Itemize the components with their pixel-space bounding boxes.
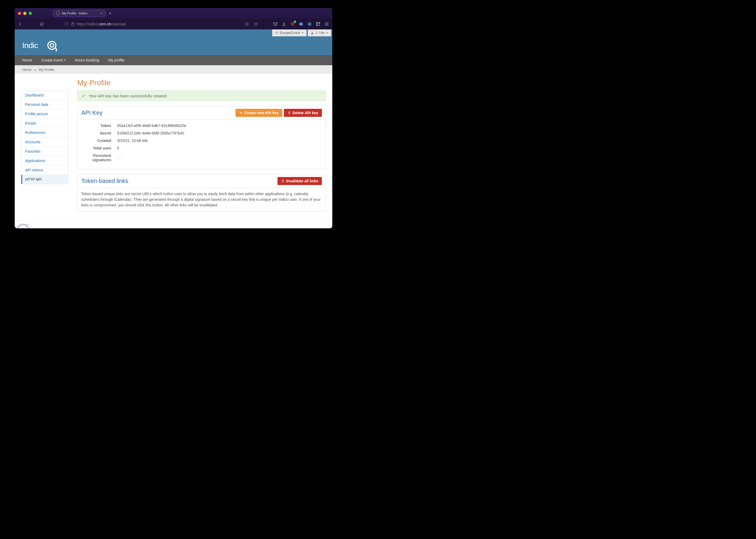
sidebar-item-applications[interactable]: Applications bbox=[21, 156, 68, 166]
user-icon bbox=[311, 31, 314, 35]
svg-rect-0 bbox=[245, 23, 247, 24]
sidebar-item-dashboard[interactable]: Dashboard bbox=[21, 91, 68, 100]
svg-rect-2 bbox=[245, 24, 247, 26]
svg-rect-10 bbox=[319, 22, 320, 24]
timezone-button[interactable]: Europe/Zurich bbox=[272, 30, 307, 37]
nav-create-event[interactable]: Create event bbox=[41, 58, 66, 62]
check-icon bbox=[81, 93, 86, 98]
site-top-bar: Europe/Zurich J. Yde bbox=[15, 30, 332, 37]
download-icon[interactable] bbox=[281, 22, 286, 27]
page-content: Europe/Zurich J. Yde Indic Home Create e… bbox=[15, 30, 332, 228]
lock-icon bbox=[71, 22, 75, 26]
sidebar-item-http-api[interactable]: HTTP API bbox=[21, 175, 68, 184]
token-links-head: Token-based links Invalidate all links bbox=[78, 174, 326, 188]
sidebar-item-api-tokens[interactable]: API tokens bbox=[21, 166, 68, 175]
token-links-title: Token-based links bbox=[81, 178, 276, 185]
svg-point-5 bbox=[309, 24, 310, 25]
sidebar-item-profile-picture[interactable]: Profile picture bbox=[21, 109, 68, 119]
trash-icon bbox=[281, 180, 284, 183]
api-key-panel-title: API Key bbox=[81, 109, 234, 116]
sidebar-item-emails[interactable]: Emails bbox=[21, 119, 68, 128]
page-title: My Profile bbox=[77, 79, 326, 87]
powered-by: Powered by Indico v3.1.1-pre bbox=[35, 228, 80, 229]
extension-react-icon[interactable] bbox=[307, 22, 312, 27]
indico-link[interactable]: Indico bbox=[54, 228, 63, 229]
shortener-link[interactable]: URL Shortener bbox=[225, 228, 248, 229]
browser-tab[interactable]: My Profile · Indico × bbox=[53, 10, 106, 17]
close-window-button[interactable] bbox=[18, 12, 21, 15]
menu-icon[interactable] bbox=[324, 22, 329, 27]
terms-link[interactable]: Terms and conditions bbox=[188, 228, 221, 229]
indico-logo[interactable]: Indic bbox=[22, 38, 62, 53]
help-link[interactable]: Help bbox=[161, 228, 168, 229]
nav-room-booking[interactable]: Room booking bbox=[75, 58, 99, 62]
api-key-panel: API Key Create new API key Delete API ke… bbox=[77, 106, 326, 169]
svg-rect-11 bbox=[316, 25, 318, 26]
svg-line-20 bbox=[27, 224, 29, 225]
pocket-icon[interactable] bbox=[273, 22, 278, 27]
url-bar[interactable]: https://indico.cern.ch/user/api/ bbox=[64, 22, 258, 26]
sidebar: Dashboard Personal data Profile picture … bbox=[21, 90, 68, 184]
svg-point-15 bbox=[48, 41, 56, 49]
main-nav: Home Create event Room booking My profil… bbox=[15, 55, 332, 65]
breadcrumb-sep: » bbox=[34, 68, 36, 72]
tab-favicon-icon bbox=[56, 12, 60, 15]
sidebar-item-favorites[interactable]: Favorites bbox=[21, 147, 68, 156]
contact-link[interactable]: Contact bbox=[173, 228, 185, 229]
cern-logo[interactable]: CERN bbox=[16, 223, 31, 228]
svg-point-4 bbox=[299, 22, 303, 26]
minimize-window-button[interactable] bbox=[23, 12, 27, 15]
nav-buttons bbox=[18, 22, 44, 26]
back-icon[interactable] bbox=[18, 22, 22, 26]
svg-point-16 bbox=[50, 43, 54, 47]
breadcrumb: Home » My Profile bbox=[15, 65, 332, 74]
persist-label: Persistent signatures bbox=[82, 153, 117, 162]
sidebar-item-accounts[interactable]: Accounts bbox=[21, 137, 68, 147]
reload-icon[interactable] bbox=[40, 22, 44, 26]
created-value: 3/25/22, 10:06 AM bbox=[117, 138, 148, 143]
svg-rect-9 bbox=[316, 22, 318, 24]
caret-down-icon bbox=[302, 32, 304, 35]
shield-icon bbox=[64, 22, 69, 26]
token-links-description: Token-based unique links are secret URLs… bbox=[78, 188, 326, 211]
invalidate-links-button[interactable]: Invalidate all links bbox=[277, 177, 322, 185]
forward-icon[interactable] bbox=[28, 22, 32, 26]
nav-home[interactable]: Home bbox=[22, 58, 32, 62]
secret-value: 5109d11f-2efc-4e8e-bfd5-2b5fa7797b42 bbox=[117, 131, 184, 135]
app-window: My Profile · Indico × + https://indico.c… bbox=[15, 8, 332, 228]
extension-privacy-icon[interactable] bbox=[299, 22, 303, 27]
extensions-icon[interactable] bbox=[316, 22, 321, 27]
tab-title: My Profile · Indico bbox=[62, 12, 87, 15]
clock-icon bbox=[275, 31, 278, 35]
extension-ublock-icon[interactable]: 1 bbox=[290, 22, 295, 27]
breadcrumb-current: My Profile bbox=[39, 68, 54, 72]
reader-icon[interactable] bbox=[245, 22, 249, 26]
sidebar-item-preferences[interactable]: Preferences bbox=[21, 128, 68, 137]
plus-icon bbox=[239, 111, 243, 115]
browser-titlebar: My Profile · Indico × + bbox=[15, 8, 332, 19]
footer: CERN Powered by Indico v3.1.1-pre Help| … bbox=[15, 221, 332, 228]
maximize-window-button[interactable] bbox=[29, 12, 32, 15]
api-key-panel-body: Token00a413cf-a5f6-46d0-bdb7-63188b96420… bbox=[78, 120, 326, 169]
alert-message: Your API key has been successfully creat… bbox=[89, 94, 168, 98]
nav-my-profile[interactable]: My profile bbox=[108, 58, 124, 62]
user-menu-button[interactable]: J. Yde bbox=[308, 30, 331, 37]
success-alert: Your API key has been successfully creat… bbox=[77, 90, 326, 101]
delete-api-key-button[interactable]: Delete API key bbox=[284, 109, 322, 117]
user-label: J. Yde bbox=[316, 31, 325, 35]
create-api-key-button[interactable]: Create new API key bbox=[236, 109, 282, 117]
created-label: Created bbox=[82, 138, 117, 143]
tab-close-icon[interactable]: × bbox=[100, 11, 103, 16]
new-tab-button[interactable]: + bbox=[109, 11, 112, 16]
toolbar-right: 1 bbox=[273, 22, 329, 27]
timezone-label: Europe/Zurich bbox=[280, 31, 300, 35]
sidebar-item-personal-data[interactable]: Personal data bbox=[21, 100, 68, 109]
bookmark-star-icon[interactable] bbox=[254, 22, 258, 26]
uses-value: 0 bbox=[117, 146, 119, 150]
browser-toolbar: https://indico.cern.ch/user/api/ 1 bbox=[15, 19, 332, 30]
svg-point-18 bbox=[18, 224, 27, 228]
secret-label: Secret bbox=[82, 131, 117, 135]
breadcrumb-home[interactable]: Home bbox=[22, 68, 32, 72]
api-key-panel-head: API Key Create new API key Delete API ke… bbox=[78, 106, 326, 120]
svg-point-13 bbox=[312, 32, 313, 33]
